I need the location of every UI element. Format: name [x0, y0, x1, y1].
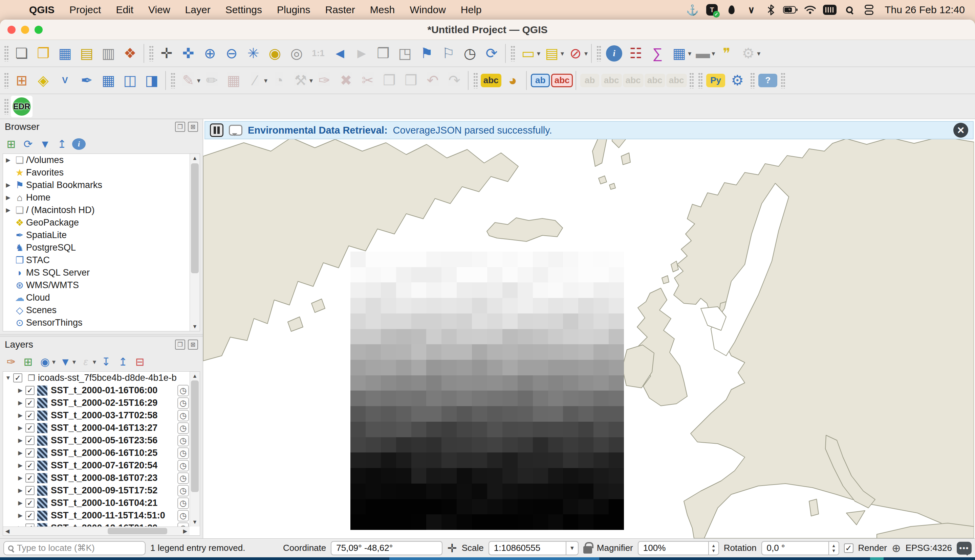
expand-arrow-icon[interactable]: ▶: [3, 194, 13, 201]
filter-browser-icon[interactable]: ▼: [37, 136, 53, 152]
close-panel-button[interactable]: ⊠: [188, 340, 198, 350]
remove-layer-icon[interactable]: ⊟: [132, 354, 147, 370]
layer-checkbox[interactable]: [25, 461, 35, 470]
expand-arrow-icon[interactable]: ▶: [15, 462, 25, 469]
search-icon[interactable]: [842, 2, 857, 17]
show-hide-labels-icon[interactable]: abc: [600, 70, 622, 91]
layer-group-row[interactable]: ▼❐icoads-sst_7f5bce4b-d8de-4b1e-b: [3, 372, 190, 384]
show-layout-manager-icon[interactable]: ▥: [97, 43, 119, 64]
toolbar-grip[interactable]: [689, 72, 694, 88]
measure-icon[interactable]: ▬: [692, 43, 714, 64]
layer-checkbox[interactable]: [25, 411, 35, 420]
layer-row[interactable]: ▶SST_t_2000-05-16T23:56◷: [3, 434, 190, 447]
layer-row[interactable]: ▶SST_t_2000-09-15T17:52◷: [3, 484, 190, 497]
expand-arrow-icon[interactable]: ▶: [3, 182, 13, 189]
coordinate-input[interactable]: 75,09° -48,62°: [331, 541, 443, 555]
collapse-all-icon[interactable]: ↥: [54, 136, 70, 152]
browser-item-sensorthings[interactable]: ⊙SensorThings: [3, 317, 190, 329]
layer-row[interactable]: ▶SST_t_2000-04-16T13:27◷: [3, 422, 190, 434]
browser-item-ms-sql-server[interactable]: ◗MS SQL Server: [3, 267, 190, 279]
collapse-arrow-icon[interactable]: ▼: [3, 375, 13, 382]
select-features-by-value-icon[interactable]: ▤: [541, 43, 563, 64]
zoom-native-icon[interactable]: 1:1: [308, 43, 329, 64]
crs-value[interactable]: EPSG:4326: [906, 543, 952, 553]
digitize-segment-icon[interactable]: ∕: [244, 70, 266, 91]
expand-arrow-icon[interactable]: ▶: [15, 399, 25, 407]
browser-item-postgresql[interactable]: ♞PostgreSQL: [3, 242, 190, 254]
browser-item-macintosh-hd[interactable]: ▶❏/ (Macintosh HD): [3, 204, 190, 217]
data-source-manager-icon[interactable]: ⊞: [11, 70, 32, 91]
change-label-icon[interactable]: abc: [666, 70, 687, 91]
magnifier-spinbox[interactable]: 100% ▲▼: [638, 541, 719, 555]
crs-globe-icon[interactable]: ⊕: [892, 542, 901, 555]
layer-checkbox[interactable]: [25, 398, 35, 407]
layers-hscrollbar[interactable]: ◀▶: [3, 527, 190, 535]
toolbar-grip[interactable]: [473, 72, 478, 88]
titlebar[interactable]: *Untitled Project — QGIS: [0, 20, 975, 40]
browser-item-vector-tiles[interactable]: ▦Vector Tiles: [3, 329, 190, 331]
temporal-controller-icon[interactable]: ◷: [459, 43, 481, 64]
browser-item-spatial-bookmarks[interactable]: ▶⚑Spatial Bookmarks: [3, 179, 190, 192]
copy-features-icon[interactable]: ❐: [378, 70, 400, 91]
zoom-out-icon[interactable]: ⊖: [221, 43, 242, 64]
browser-item-geopackage[interactable]: ❖GeoPackage: [3, 217, 190, 229]
manage-map-themes-dropdown-arrow[interactable]: ▾: [52, 358, 55, 366]
scale-value[interactable]: 1:10860555: [488, 541, 566, 555]
layer-checkbox[interactable]: [25, 523, 35, 527]
layer-row[interactable]: ▶SST_t_2000-06-16T10:25◷: [3, 447, 190, 459]
layer-row[interactable]: ▶SST_t_2000-03-17T02:58◷: [3, 409, 190, 422]
chevrons-icon[interactable]: ∨∨: [744, 2, 759, 17]
menu-layer[interactable]: Layer: [178, 4, 218, 15]
new-scratch-layer-icon[interactable]: ◨: [141, 70, 162, 91]
toolbar-grip[interactable]: [4, 45, 9, 62]
identify-features-icon[interactable]: i: [603, 43, 625, 64]
keyboard-icon[interactable]: [822, 2, 837, 17]
expand-arrow-icon[interactable]: ▶: [15, 487, 25, 494]
save-layer-edits-icon[interactable]: ▦: [223, 70, 244, 91]
group-checkbox[interactable]: [13, 373, 22, 382]
expand-arrow-icon[interactable]: ▶: [15, 500, 25, 507]
style-manager-icon[interactable]: ❖: [119, 43, 141, 64]
browser-item-wms-wmts[interactable]: ⊛WMS/WMTS: [3, 279, 190, 292]
undo-icon[interactable]: ↶: [422, 70, 443, 91]
refresh-map-icon[interactable]: ⟳: [481, 43, 502, 64]
render-checkbox[interactable]: [844, 543, 853, 553]
map-canvas[interactable]: Environmental Data Retrieval: CoverageJS…: [203, 119, 975, 538]
refresh-browser-icon[interactable]: ⟳: [20, 136, 36, 152]
rotate-label-icon[interactable]: abc: [644, 70, 666, 91]
expand-arrow-icon[interactable]: ▶: [15, 437, 25, 444]
expand-arrow-icon[interactable]: ▶: [15, 449, 25, 457]
float-panel-button[interactable]: ❐: [175, 340, 185, 350]
zoom-last-icon[interactable]: ◄: [329, 43, 351, 64]
layer-checkbox[interactable]: [25, 486, 35, 495]
layer-checkbox[interactable]: [25, 498, 35, 508]
browser-vscrollbar[interactable]: ▲▼: [190, 154, 200, 331]
browser-item-home[interactable]: ▶⌂Home: [3, 192, 190, 204]
toolbar-grip[interactable]: [4, 98, 9, 115]
layer-checkbox[interactable]: [25, 511, 35, 520]
edr-plugin-button[interactable]: EDR: [11, 96, 32, 117]
float-panel-button[interactable]: ❐: [175, 122, 185, 132]
wifi-icon[interactable]: [803, 2, 818, 17]
shape-digitize-icon[interactable]: ◔: [268, 70, 290, 91]
browser-item-cloud[interactable]: ☁Cloud: [3, 292, 190, 304]
layer-row[interactable]: ▶SST_t_2000-08-16T07:23◷: [3, 472, 190, 484]
paste-features-icon[interactable]: ❒: [400, 70, 422, 91]
layer-row[interactable]: ▶SST_t_2000-12-16T01:20◷: [3, 522, 190, 527]
menu-raster[interactable]: Raster: [318, 4, 362, 15]
new-shapefile-layer-icon[interactable]: V: [54, 70, 76, 91]
toolbar-grip[interactable]: [781, 72, 785, 88]
toolbar-grip[interactable]: [597, 45, 601, 62]
layer-row[interactable]: ▶SST_t_2000-10-16T04:21◷: [3, 497, 190, 509]
show-spatial-bookmarks-icon[interactable]: ⚐: [437, 43, 459, 64]
toolbar-grip[interactable]: [171, 72, 176, 88]
toggle-editing-icon[interactable]: ✏: [201, 70, 223, 91]
highlight-pinned-labels-icon[interactable]: abc: [551, 70, 573, 91]
layer-row[interactable]: ▶SST_t_2000-01-16T06:00◷: [3, 384, 190, 397]
new-mesh-layer-icon[interactable]: ▦: [97, 70, 119, 91]
panel-splitter[interactable]: [0, 334, 203, 337]
layer-checkbox[interactable]: [25, 473, 35, 483]
browser-item-spatialite[interactable]: ✒SpatiaLite: [3, 229, 190, 242]
select-features-icon[interactable]: ▭: [517, 43, 539, 64]
layer-row[interactable]: ▶SST_t_2000-07-16T20:54◷: [3, 459, 190, 472]
